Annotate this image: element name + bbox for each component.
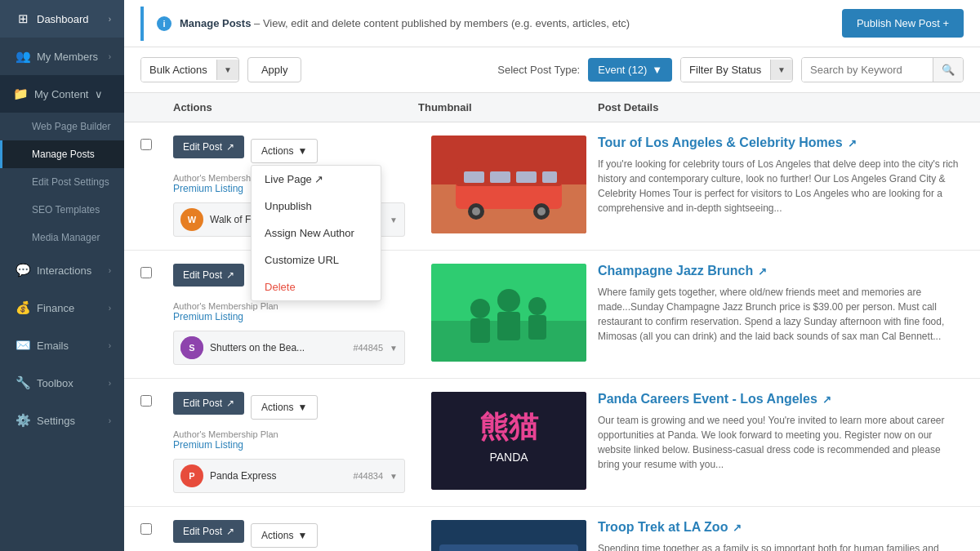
dropdown-delete[interactable]: Delete (252, 273, 381, 300)
header-post-details: Post Details (598, 101, 964, 113)
checkbox-cell-2[interactable] (140, 251, 173, 295)
membership-plan-label-3: Author's Membership Plan (173, 429, 405, 439)
thumbnail-cell-3: 熊猫 PANDA (418, 379, 598, 503)
sidebar-item-emails[interactable]: ✉️ Emails › (0, 327, 124, 364)
sidebar-item-my-content[interactable]: 📁 My Content ∨ (0, 75, 124, 113)
sub-item-label: SEO Templates (32, 204, 100, 216)
actions-button-4[interactable]: Actions ▼ (251, 523, 318, 548)
chevron-down-icon: ▼ (652, 64, 662, 76)
dropdown-customize-url[interactable]: Customize URL (252, 247, 381, 273)
sidebar-item-web-page-builder[interactable]: Web Page Builder (0, 113, 124, 140)
post-title-4[interactable]: Troop Trek at LA Zoo ↗ (598, 520, 964, 535)
author-chevron-icon-2: ▼ (390, 344, 398, 353)
apply-button[interactable]: Apply (247, 57, 302, 82)
svg-text:熊猫: 熊猫 (479, 410, 539, 443)
sidebar-item-label: Emails (37, 340, 102, 352)
membership-info-2: Author's Membership Plan Premium Listing (173, 301, 405, 322)
row-checkbox-2[interactable] (140, 267, 152, 278)
sidebar-item-dashboard[interactable]: ⊞ Dashboard › (0, 0, 124, 38)
checkbox-cell-4[interactable] (140, 507, 173, 551)
membership-link-3[interactable]: Premium Listing (173, 439, 405, 451)
edit-label: Edit Post (183, 526, 222, 537)
svg-text:S: S (189, 343, 194, 353)
emails-icon: ✉️ (16, 338, 30, 353)
sub-item-label: Manage Posts (32, 149, 95, 160)
sidebar-item-settings[interactable]: ⚙️ Settings › (0, 402, 124, 439)
svg-point-16 (470, 299, 490, 318)
author-name-2: Shutters on the Bea... (210, 342, 346, 353)
live-page-label: Live Page ↗ (265, 173, 323, 185)
dropdown-live-page[interactable]: Live Page ↗ (252, 166, 381, 193)
edit-post-button-2[interactable]: Edit Post ↗ (173, 264, 244, 287)
external-link-icon: ↗ (226, 526, 234, 537)
sidebar-item-media-manager[interactable]: Media Manager (0, 224, 124, 251)
publish-new-post-button[interactable]: Publish New Post + (842, 9, 964, 38)
actions-dropdown-1: Actions ▼ Live Page ↗ Unpublish (251, 139, 318, 163)
edit-post-button-3[interactable]: Edit Post ↗ (173, 392, 244, 415)
chevron-down-icon: ▼ (297, 530, 307, 541)
post-title-2[interactable]: Champagne Jazz Brunch ↗ (598, 264, 964, 278)
sidebar-item-my-members[interactable]: 👥 My Members › (0, 38, 124, 75)
actions-cell-1: Edit Post ↗ Actions ▼ Live Page ↗ (173, 122, 418, 250)
details-cell-2: Champagne Jazz Brunch ↗ Where family get… (598, 251, 964, 357)
dropdown-assign-author[interactable]: Assign New Author (252, 220, 381, 247)
table-header: Actions Thumbnail Post Details (124, 93, 980, 122)
post-title-3[interactable]: Panda Careers Event - Los Angeles ↗ (598, 392, 964, 407)
event-label: Event (12) (598, 64, 647, 76)
edit-post-button-4[interactable]: Edit Post ↗ (173, 520, 244, 543)
actions-cell-4: Edit Post ↗ Actions ▼ Author's Membershi… (173, 507, 418, 551)
toolbar-right: Select Post Type: Event (12) ▼ Filter By… (497, 57, 964, 82)
author-chevron-icon: ▼ (390, 216, 398, 224)
edit-post-button-1[interactable]: Edit Post ↗ (173, 136, 244, 158)
edit-label: Edit Post (183, 398, 222, 409)
svg-rect-17 (470, 318, 490, 343)
sidebar-item-edit-post-settings[interactable]: Edit Post Settings (0, 168, 124, 196)
table-row: Edit Post ↗ Actions ▼ Live Page ↗ (124, 122, 980, 251)
checkbox-cell-3[interactable] (140, 379, 173, 423)
sidebar-item-manage-posts[interactable]: Manage Posts (0, 140, 124, 168)
bulk-actions-dropdown[interactable]: Bulk Actions ▼ (140, 57, 239, 82)
row-checkbox-3[interactable] (140, 395, 152, 407)
sidebar-item-toolbox[interactable]: 🔧 Toolbox › (0, 364, 124, 402)
search-input[interactable] (802, 58, 933, 82)
row-checkbox-4[interactable] (140, 523, 152, 535)
event-type-button[interactable]: Event (12) ▼ (588, 58, 672, 82)
post-id-2: #44845 (353, 343, 383, 353)
post-description-3: Our team is growing and we need you! You… (598, 413, 964, 472)
table-row-3: Edit Post ↗ Actions ▼ Author's Membershi… (124, 379, 980, 507)
actions-button-1[interactable]: Actions ▼ (251, 139, 318, 163)
author-row-3[interactable]: P Panda Express #44834 ▼ (173, 459, 405, 493)
sidebar-item-finance[interactable]: 💰 Finance › (0, 289, 124, 327)
thumbnail-image-2 (431, 264, 586, 362)
svg-rect-26 (439, 544, 578, 551)
chevron-right-icon: › (109, 416, 111, 425)
actions-dropdown-3: Actions ▼ (251, 395, 318, 420)
filter-by-status-dropdown[interactable]: Filter By Status ▼ (680, 57, 793, 82)
external-link-icon: ↗ (226, 141, 234, 153)
bulk-actions-select[interactable]: Bulk Actions (141, 58, 216, 82)
author-name-3: Panda Express (210, 470, 346, 482)
sidebar-item-seo-templates[interactable]: SEO Templates (0, 196, 124, 224)
table-row-4: Edit Post ↗ Actions ▼ Author's Membershi… (124, 507, 980, 551)
thumbnail-cell-2 (418, 251, 598, 375)
chevron-down-icon: ∨ (95, 88, 103, 100)
checkbox-cell-1[interactable] (140, 122, 173, 167)
search-box[interactable]: 🔍 (801, 57, 964, 82)
post-title-1[interactable]: Tour of Los Angeles & Celebrity Homes ↗ (598, 136, 964, 150)
filter-select[interactable]: Filter By Status (681, 58, 770, 82)
row-checkbox-1[interactable] (140, 139, 152, 150)
chevron-right-icon: › (109, 52, 111, 61)
sidebar-item-interactions[interactable]: 💬 Interactions › (0, 251, 124, 289)
sub-item-label: Media Manager (32, 232, 100, 243)
membership-link-2[interactable]: Premium Listing (173, 311, 405, 322)
edit-actions-row-1: Edit Post ↗ Actions ▼ Live Page ↗ (173, 136, 405, 167)
delete-label: Delete (265, 281, 296, 293)
dropdown-unpublish[interactable]: Unpublish (252, 193, 381, 220)
membership-info-3: Author's Membership Plan Premium Listing (173, 429, 405, 451)
header-checkbox-cell (140, 101, 173, 113)
actions-button-3[interactable]: Actions ▼ (251, 395, 318, 420)
author-row-2[interactable]: S Shutters on the Bea... #44845 ▼ (173, 331, 405, 365)
thumbnail-image-1 (431, 136, 586, 233)
svg-rect-10 (516, 171, 537, 183)
membership-plan-label-2: Author's Membership Plan (173, 301, 405, 311)
